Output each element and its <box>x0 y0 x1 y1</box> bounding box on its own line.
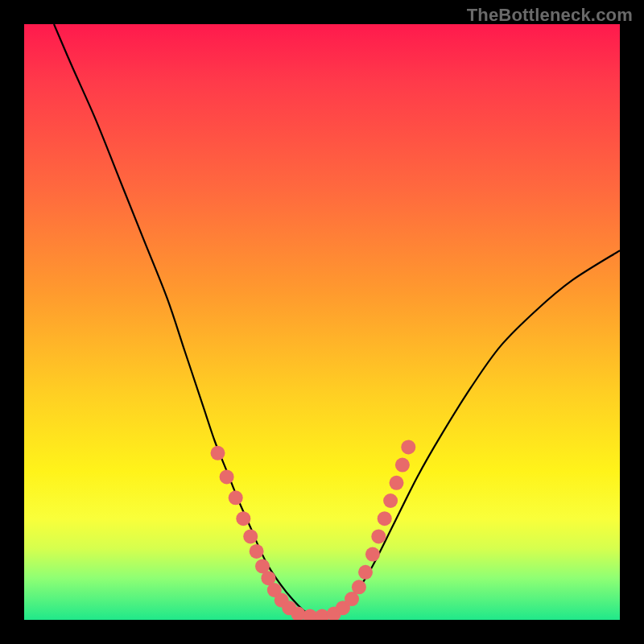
marker-dot <box>243 529 258 543</box>
marker-dot <box>211 446 225 460</box>
marker-dot <box>250 544 264 559</box>
marker-dot <box>383 493 398 508</box>
marker-dot <box>220 469 234 484</box>
marker-dot <box>395 458 410 473</box>
marker-dot <box>236 511 250 526</box>
marker-group <box>211 440 416 620</box>
marker-dot <box>401 440 415 454</box>
watermark-text: TheBottleneck.com <box>467 5 633 26</box>
marker-dot <box>352 580 366 594</box>
curve-right-branch <box>316 250 620 617</box>
marker-dot <box>378 511 392 526</box>
marker-dot <box>358 565 373 580</box>
chart-frame: TheBottleneck.com <box>0 0 644 644</box>
marker-dot <box>371 529 386 543</box>
curve-left-branch <box>54 24 316 617</box>
chart-svg <box>24 24 620 620</box>
marker-dot <box>229 490 243 505</box>
marker-dot <box>390 476 404 490</box>
marker-dot <box>365 547 380 562</box>
plot-area <box>24 24 620 620</box>
